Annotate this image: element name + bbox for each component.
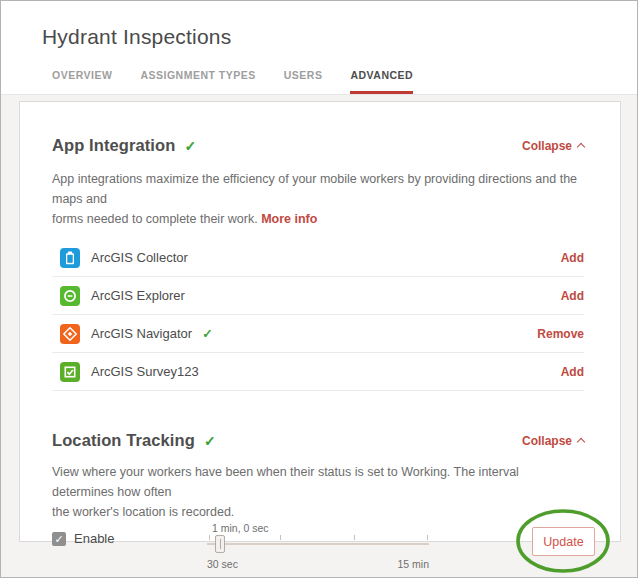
tab-advanced[interactable]: ADVANCED (350, 69, 413, 94)
app-name: ArcGIS Collector (91, 250, 188, 265)
app-integration-header: App Integration ✓ Collapse (52, 136, 584, 155)
slider-min-label: 30 sec (207, 558, 238, 570)
remove-link[interactable]: Remove (537, 327, 584, 341)
navigator-icon (60, 324, 80, 344)
app-name: ArcGIS Explorer (91, 288, 185, 303)
enable-label: Enable (74, 531, 114, 546)
add-link[interactable]: Add (561, 289, 584, 303)
app-row-collector: ArcGIS Collector Add (52, 239, 584, 277)
settings-card: App Integration ✓ Collapse App integrati… (19, 101, 621, 542)
description-line: View where your workers have been when t… (52, 465, 519, 499)
survey123-icon (60, 362, 80, 382)
location-tracking-header: Location Tracking ✓ Collapse (52, 431, 584, 450)
enable-checkbox[interactable]: ✓ (52, 532, 66, 546)
description-line: forms needed to complete their work. (52, 212, 258, 226)
app-name: ArcGIS Survey123 (91, 364, 199, 379)
app-row-survey123: ArcGIS Survey123 Add (52, 353, 584, 391)
app-name: ArcGIS Navigator (91, 326, 192, 341)
update-button[interactable]: Update (532, 527, 595, 556)
slider-tick (209, 535, 210, 540)
page-title: Hydrant Inspections (42, 25, 231, 49)
enable-control: ✓ Enable (52, 531, 114, 546)
chevron-up-icon (577, 438, 585, 446)
slider-tick (427, 535, 428, 540)
tab-assignment-types[interactable]: ASSIGNMENT TYPES (140, 69, 255, 94)
add-link[interactable]: Add (561, 251, 584, 265)
app-row-navigator: ArcGIS Navigator ✓ Remove (52, 315, 584, 353)
description-line: the worker's location is recorded. (52, 505, 234, 519)
app-integration-title: App Integration (52, 136, 175, 155)
check-icon: ✓ (202, 326, 212, 341)
description-line: App integrations maximize the efficiency… (52, 172, 577, 206)
location-tracking-controls: ✓ Enable 1 min, 0 sec 30 sec 15 min Upda… (20, 522, 620, 578)
app-list: ArcGIS Collector Add ArcGIS Explorer Add… (52, 239, 584, 391)
location-tracking-collapse-link[interactable]: Collapse (522, 434, 584, 448)
slider-tick (354, 535, 355, 540)
slider-handle[interactable] (215, 535, 225, 553)
app-row-explorer: ArcGIS Explorer Add (52, 277, 584, 315)
app-window: Hydrant Inspections OVERVIEW ASSIGNMENT … (0, 0, 638, 578)
more-info-link[interactable]: More info (261, 212, 317, 226)
tab-overview[interactable]: OVERVIEW (52, 69, 112, 94)
collector-icon (60, 248, 80, 268)
app-integration-collapse-link[interactable]: Collapse (522, 139, 584, 153)
tab-bar: OVERVIEW ASSIGNMENT TYPES USERS ADVANCED (52, 69, 413, 94)
slider-tick (280, 535, 281, 540)
location-tracking-title: Location Tracking (52, 431, 195, 450)
slider-max-label: 15 min (397, 558, 429, 570)
check-icon: ✓ (204, 433, 216, 449)
app-integration-description: App integrations maximize the efficiency… (52, 169, 584, 229)
slider-track[interactable] (207, 543, 429, 545)
interval-slider: 1 min, 0 sec 30 sec 15 min (207, 522, 429, 572)
chevron-up-icon (577, 143, 585, 151)
tab-users[interactable]: USERS (284, 69, 323, 94)
collapse-label: Collapse (522, 434, 572, 448)
check-icon: ✓ (184, 138, 196, 154)
location-tracking-description: View where your workers have been when t… (52, 462, 584, 522)
slider-value-label: 1 min, 0 sec (212, 522, 269, 534)
collapse-label: Collapse (522, 139, 572, 153)
add-link[interactable]: Add (561, 365, 584, 379)
explorer-icon (60, 286, 80, 306)
header: Hydrant Inspections OVERVIEW ASSIGNMENT … (1, 1, 637, 94)
